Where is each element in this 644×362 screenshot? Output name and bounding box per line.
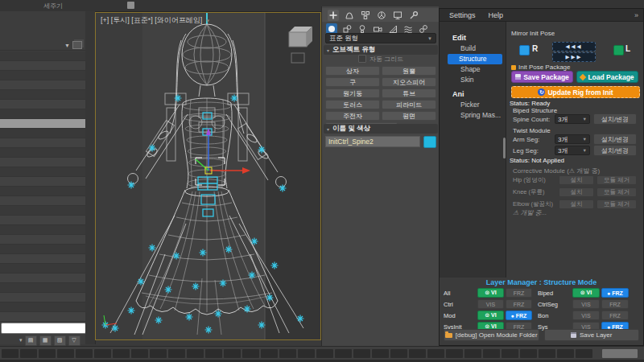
track-row[interactable] <box>0 225 85 235</box>
object-type-button[interactable]: 주전자 <box>325 111 380 121</box>
layer-freeze-toggle[interactable]: FRZ <box>601 299 629 309</box>
track-row[interactable] <box>0 254 85 264</box>
track-row[interactable] <box>0 109 85 119</box>
update-rig-button[interactable]: ↻ Update Rig from Init <box>511 86 640 98</box>
track-row[interactable] <box>0 206 85 216</box>
track-row[interactable] <box>0 51 85 61</box>
leg-apply-button[interactable]: 설치/변경 <box>593 145 637 156</box>
layer-visible-toggle[interactable]: VIS <box>477 299 504 309</box>
object-type-button[interactable]: 튜브 <box>382 88 436 98</box>
modify-tab-icon[interactable] <box>344 10 355 21</box>
nav-item-shape[interactable]: Shape <box>440 64 506 75</box>
layer-visible-toggle[interactable]: ⊙ VI <box>477 311 504 320</box>
track-row[interactable] <box>0 61 85 71</box>
object-name-input[interactable] <box>325 136 420 147</box>
track-row[interactable] <box>0 129 85 138</box>
track-row[interactable] <box>0 71 85 80</box>
nav-item-skin[interactable]: Skin <box>440 75 506 85</box>
track-row[interactable] <box>0 177 85 187</box>
track-row[interactable] <box>0 138 85 148</box>
menu-help[interactable]: Help <box>489 11 504 19</box>
object-type-button[interactable]: 구 <box>325 77 380 87</box>
layer-freeze-toggle[interactable]: FRZ <box>506 299 532 309</box>
track-row[interactable] <box>0 119 85 129</box>
object-type-button[interactable]: 토러스 <box>325 100 380 109</box>
mirror-left-button[interactable]: ◀◀◀ <box>552 42 596 51</box>
object-type-button[interactable]: 원뿔 <box>382 66 436 76</box>
track-filter-row[interactable]: ▼ <box>0 40 85 51</box>
track-row[interactable] <box>0 283 85 293</box>
track-row[interactable] <box>0 216 85 225</box>
object-type-button[interactable]: 지오스피어 <box>382 77 436 87</box>
track-row[interactable] <box>0 167 85 177</box>
layer-visible-toggle[interactable]: ⊙ VI <box>572 288 600 298</box>
track-paste-icon[interactable]: ▧ <box>54 335 66 346</box>
track-row[interactable] <box>0 90 85 100</box>
track-dropdown-caret[interactable]: ▾ <box>19 337 23 343</box>
save-layer-button[interactable]: Save Layer <box>544 329 640 341</box>
primitive-category-dropdown[interactable]: 표준 원형 ▼ <box>325 33 436 43</box>
track-row[interactable] <box>0 274 85 283</box>
track-row[interactable] <box>0 302 85 312</box>
mirror-r-checkbox[interactable] <box>519 45 530 56</box>
layers-icon[interactable] <box>72 41 82 49</box>
layer-freeze-toggle[interactable]: FRZ <box>506 288 532 298</box>
spine-count-dropdown[interactable]: 3개▼ <box>555 114 590 124</box>
viewport-label-caret[interactable]: ▼ <box>205 19 210 23</box>
time-slider-thumb[interactable] <box>602 349 638 358</box>
create-tab-icon[interactable] <box>328 10 339 21</box>
object-type-button[interactable]: 상자 <box>325 66 380 76</box>
track-row[interactable] <box>0 196 85 206</box>
layer-freeze-toggle[interactable]: ● FRZ <box>601 288 629 298</box>
track-row[interactable] <box>0 148 85 158</box>
object-type-button[interactable]: 피라미드 <box>382 100 436 109</box>
display-tab-icon[interactable] <box>392 10 403 21</box>
nav-item-picker[interactable]: Picker <box>440 100 506 110</box>
viewport-canvas[interactable] <box>96 13 320 339</box>
nav-item-build[interactable]: Build <box>440 43 506 54</box>
open-module-folder-button[interactable]: [debug] Open Module Folder <box>444 329 539 341</box>
object-type-button[interactable]: 원기둥 <box>325 88 380 98</box>
track-row[interactable] <box>0 235 85 245</box>
nav-item-edit[interactable]: Edit <box>440 33 506 43</box>
mirror-right-button[interactable]: ▶▶▶ <box>552 52 596 62</box>
nav-scrollbar[interactable] <box>503 138 506 158</box>
nav-item-ani[interactable]: Ani <box>440 89 506 100</box>
autogrid-checkbox[interactable] <box>358 55 366 63</box>
object-color-swatch[interactable] <box>423 136 436 148</box>
load-package-button[interactable]: Load Package <box>576 71 638 83</box>
track-row[interactable] <box>0 187 85 196</box>
layer-freeze-toggle[interactable]: ● FRZ <box>506 311 532 320</box>
nav-item-spring-mas-[interactable]: Spring Mas... <box>440 110 506 121</box>
layer-visible-toggle[interactable]: VIS <box>572 299 600 309</box>
track-row[interactable] <box>0 100 85 109</box>
name-color-rollout[interactable]: ▾ 이름 및 색상 <box>324 124 438 134</box>
viewport-perspective[interactable]: [+] [투시] [표준*] [와이어프레임] ▼ <box>95 12 321 340</box>
track-filter-icon[interactable]: ▽ <box>68 335 80 346</box>
utilities-tab-icon[interactable] <box>408 10 419 21</box>
viewport-label[interactable]: [+] [투시] [표준*] [와이어프레임] ▼ <box>101 15 210 26</box>
track-row[interactable] <box>0 312 85 322</box>
nav-item-structure[interactable]: Structure <box>448 54 502 64</box>
motion-tab-icon[interactable] <box>376 10 387 21</box>
track-search-input[interactable] <box>1 323 86 334</box>
track-key-icon[interactable]: ▤ <box>25 335 37 346</box>
leg-seg-dropdown[interactable]: 3개▼ <box>555 146 590 155</box>
track-row[interactable] <box>0 264 85 274</box>
toolbar-icon[interactable] <box>127 2 134 9</box>
save-package-button[interactable]: Save Package <box>511 71 573 83</box>
corrective-remove-button[interactable]: 모듈 제거 <box>597 187 637 197</box>
object-type-button[interactable]: 평면 <box>382 111 436 121</box>
hierarchy-tab-icon[interactable] <box>360 10 371 21</box>
layer-freeze-toggle[interactable]: FRZ <box>601 311 629 320</box>
arm-apply-button[interactable]: 설치/변경 <box>593 134 637 145</box>
track-row[interactable] <box>0 80 85 90</box>
arm-seg-dropdown[interactable]: 3개▼ <box>555 134 590 144</box>
track-row[interactable] <box>0 158 85 167</box>
layer-visible-toggle[interactable]: ⊙ VI <box>477 288 504 298</box>
corrective-remove-button[interactable]: 모듈 제거 <box>597 200 637 209</box>
mirror-l-checkbox[interactable] <box>613 45 624 56</box>
menu-overflow-icon[interactable]: » <box>634 11 638 19</box>
filter-caret-icon[interactable]: ▼ <box>64 43 70 48</box>
time-slider-track[interactable] <box>0 346 644 360</box>
